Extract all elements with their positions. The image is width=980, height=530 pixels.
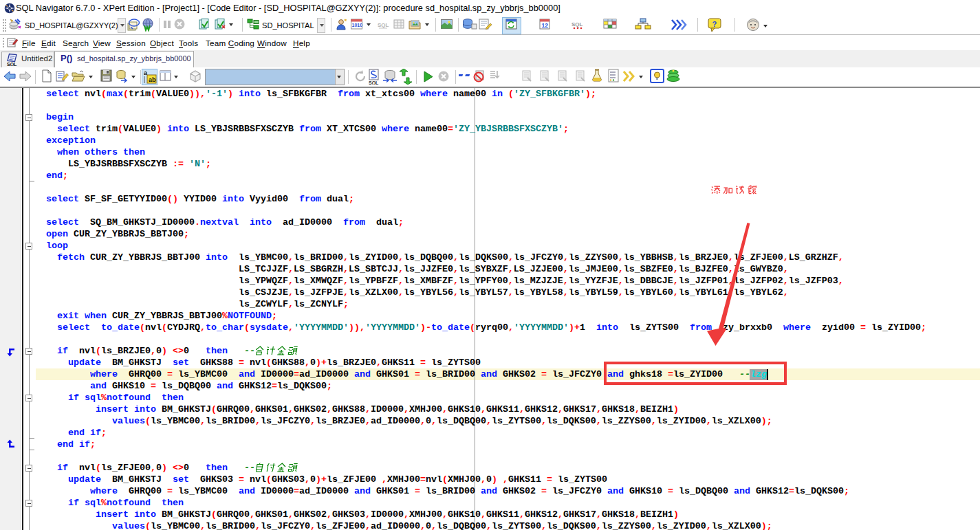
svg-text:12: 12 — [542, 22, 549, 29]
svg-text:SQL: SQL — [7, 62, 17, 67]
svg-text:?: ? — [712, 20, 717, 28]
svg-text:SQL: SQL — [369, 80, 379, 85]
svg-text:ab: ab — [149, 76, 156, 83]
svg-text:SQL: SQL — [571, 21, 583, 27]
svg-text:SQL: SQL — [378, 22, 389, 28]
svg-text:1010: 1010 — [352, 23, 363, 27]
